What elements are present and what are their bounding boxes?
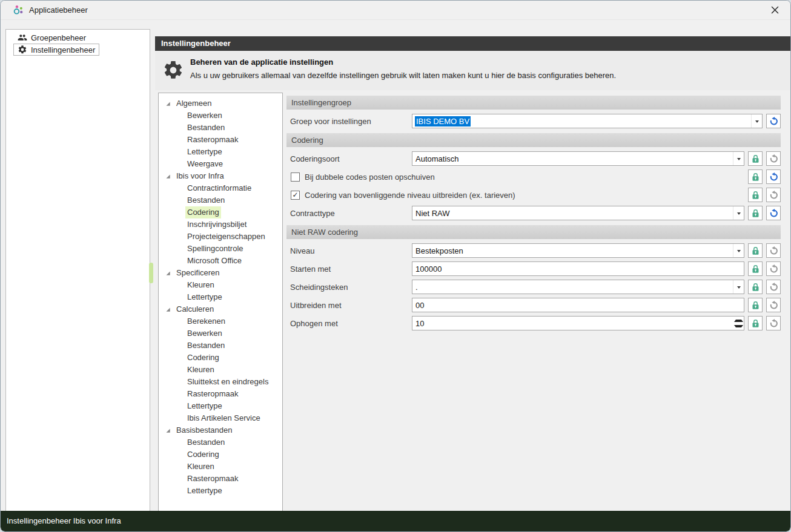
- tree-item-codering[interactable]: Codering: [159, 206, 282, 218]
- tree-item-bestanden[interactable]: Bestanden: [159, 122, 282, 134]
- sidebar-item-instellingenbeheer[interactable]: Instellingenbeheer: [13, 44, 99, 56]
- tree-item-lettertype[interactable]: Lettertype: [159, 400, 282, 412]
- checkbox-codering-van-bovenliggende-niveau-uitbreiden-ex-tarieven[interactable]: ✓: [291, 191, 300, 200]
- textbox-starten-met[interactable]: 100000: [412, 261, 744, 276]
- tree-item-lettertype[interactable]: Lettertype: [159, 146, 282, 158]
- undo-button[interactable]: [766, 280, 781, 294]
- combobox-coderingsoort[interactable]: Automatisch: [412, 151, 744, 166]
- tree-item-microsoft-office[interactable]: Microsoft Office: [159, 255, 282, 267]
- lock-button[interactable]: [748, 151, 763, 166]
- field-label: Uitbreiden met: [286, 301, 412, 310]
- tree-item-label: Lettertype: [185, 291, 224, 303]
- form-row: Starten met100000: [286, 261, 781, 276]
- tree-item-lettertype[interactable]: Lettertype: [159, 485, 282, 497]
- expander-icon: [165, 101, 171, 107]
- tree-group-calculeren[interactable]: Calculeren: [159, 303, 282, 315]
- dropdown-button[interactable]: [733, 206, 744, 220]
- chevron-down-icon: [737, 212, 741, 217]
- tree-item-ibis-artikelen-service[interactable]: Ibis Artikelen Service: [159, 412, 282, 424]
- lock-button[interactable]: [748, 261, 763, 276]
- checkbox-bij-dubbele-codes-posten-opschuiven[interactable]: [291, 172, 300, 182]
- tree-item-kleuren[interactable]: Kleuren: [159, 279, 282, 291]
- tree-group-algemeen[interactable]: Algemeen: [159, 97, 282, 110]
- undo-button[interactable]: [766, 188, 781, 202]
- dropdown-button[interactable]: [733, 152, 744, 165]
- lock-button[interactable]: [748, 206, 763, 220]
- lock-button[interactable]: [748, 280, 763, 294]
- combobox-contracttype[interactable]: Niet RAW: [412, 206, 744, 220]
- textbox-uitbreiden-met[interactable]: 00: [412, 298, 744, 312]
- tree-item-weergave[interactable]: Weergave: [159, 158, 282, 170]
- tree-item-rasteropmaak[interactable]: Rasteropmaak: [159, 388, 282, 400]
- tree-item-label: Bestanden: [185, 122, 227, 134]
- expander-icon: [165, 271, 171, 276]
- field-label: Groep voor instellingen: [286, 117, 412, 126]
- tree-item-label: Kleuren: [185, 461, 216, 473]
- sidebar-item-groepenbeheer[interactable]: Groepenbeheer: [13, 31, 90, 44]
- users-icon: [18, 33, 27, 42]
- lock-icon: [751, 319, 760, 328]
- lock-button[interactable]: [748, 298, 763, 312]
- undo-icon: [769, 301, 778, 310]
- dropdown-button[interactable]: [733, 244, 744, 257]
- tree-item-label: Bestanden: [185, 194, 227, 206]
- combobox-scheidingsteken[interactable]: .: [412, 280, 744, 294]
- spin-up-button[interactable]: [734, 317, 743, 323]
- undo-button[interactable]: [766, 151, 781, 166]
- undo-button[interactable]: [766, 206, 781, 220]
- dropdown-button[interactable]: [733, 280, 744, 294]
- status-bar: Instellingenbeheer Ibis voor Infra: [1, 511, 790, 531]
- undo-icon: [769, 209, 778, 218]
- lock-button[interactable]: [748, 316, 763, 330]
- field-label: Niveau: [286, 246, 412, 255]
- tree-item-kleuren[interactable]: Kleuren: [159, 364, 282, 376]
- close-icon: [771, 6, 779, 14]
- undo-button[interactable]: [766, 298, 781, 312]
- tree-item-bestanden[interactable]: Bestanden: [159, 194, 282, 206]
- undo-button[interactable]: [766, 316, 781, 330]
- spin-down-button[interactable]: [734, 323, 743, 329]
- dropdown-button[interactable]: [751, 114, 762, 128]
- tree-item-projecteigenschappen[interactable]: Projecteigenschappen: [159, 231, 282, 243]
- tree-group-specificeren[interactable]: Specificeren: [159, 267, 282, 279]
- tree-item-inschrijvingsbiljet[interactable]: Inschrijvingsbiljet: [159, 218, 282, 231]
- sidebar-item-label: Groepenbeheer: [31, 33, 86, 42]
- spinner-ophogen-met[interactable]: 10: [412, 316, 744, 330]
- tree-item-label: Bestanden: [185, 436, 227, 448]
- tree-item-berekenen[interactable]: Berekenen: [159, 315, 282, 327]
- field-label: Scheidingsteken: [286, 283, 412, 292]
- tree-item-spellingcontrole[interactable]: Spellingcontrole: [159, 243, 282, 255]
- tree-group-basisbestanden[interactable]: Basisbestanden: [159, 424, 282, 436]
- module-sidebar: GroepenbeheerInstellingenbeheer: [5, 29, 150, 512]
- tree-item-lettertype[interactable]: Lettertype: [159, 291, 282, 303]
- tree-item-rasteropmaak[interactable]: Rasteropmaak: [159, 134, 282, 146]
- tree-item-codering[interactable]: Codering: [159, 448, 282, 461]
- tree-item-codering[interactable]: Codering: [159, 352, 282, 364]
- undo-button[interactable]: [766, 114, 781, 128]
- tree-item-contractinformatie[interactable]: Contractinformatie: [159, 182, 282, 194]
- tree-item-bestanden[interactable]: Bestanden: [159, 340, 282, 352]
- tree-item-label: Bestanden: [185, 340, 227, 352]
- combobox-niveau[interactable]: Bestekposten: [412, 243, 744, 258]
- tree-item-sluittekst-en-eindregels[interactable]: Sluittekst en eindregels: [159, 376, 282, 388]
- tree-item-label: Rasteropmaak: [185, 388, 240, 400]
- tree-item-bestanden[interactable]: Bestanden: [159, 436, 282, 448]
- gear-icon: [162, 59, 184, 81]
- tree-group-ibis-voor-infra[interactable]: Ibis voor Infra: [159, 170, 282, 182]
- tree-item-rasteropmaak[interactable]: Rasteropmaak: [159, 473, 282, 485]
- undo-button[interactable]: [766, 169, 781, 184]
- undo-button[interactable]: [766, 261, 781, 276]
- tree-item-bewerken[interactable]: Bewerken: [159, 327, 282, 340]
- textbox-value: 100000: [412, 264, 442, 274]
- undo-button[interactable]: [766, 243, 781, 258]
- scroll-indicator[interactable]: [149, 263, 153, 283]
- lock-button[interactable]: [748, 188, 763, 202]
- tree-item-kleuren[interactable]: Kleuren: [159, 461, 282, 473]
- combobox-groep-voor-instellingen[interactable]: IBIS DEMO BV: [412, 114, 763, 128]
- close-button[interactable]: [764, 1, 786, 19]
- tree-item-bewerken[interactable]: Bewerken: [159, 110, 282, 122]
- lock-button[interactable]: [748, 169, 763, 184]
- lock-button[interactable]: [748, 243, 763, 258]
- spinner-buttons[interactable]: [734, 317, 743, 329]
- form-row: ContracttypeNiet RAW: [286, 206, 781, 220]
